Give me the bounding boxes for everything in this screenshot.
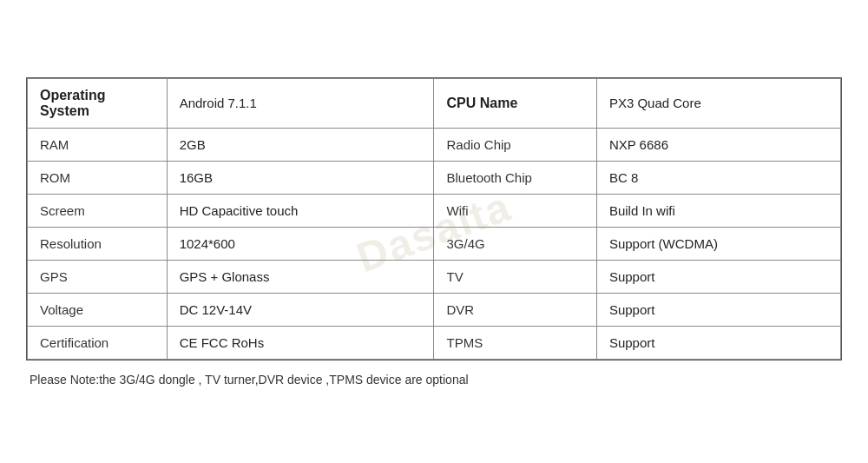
right-label-1: Bluetooth Chip xyxy=(434,161,596,194)
left-label-5: Voltage xyxy=(28,293,168,326)
right-label-2: Wifi xyxy=(434,194,596,227)
right-value-6: Support xyxy=(596,326,840,359)
right-label-3: 3G/4G xyxy=(434,227,596,260)
right-label-4: TV xyxy=(434,260,596,293)
os-label-cell: Operating System xyxy=(28,78,168,128)
cpu-value-cell: PX3 Quad Core xyxy=(596,78,840,128)
right-value-3: Support (WCDMA) xyxy=(596,227,840,260)
right-label-6: TPMS xyxy=(434,326,596,359)
left-value-4: GPS + Glonass xyxy=(167,260,434,293)
table-row: ROM 16GB Bluetooth Chip BC 8 xyxy=(28,161,841,194)
table-row: RAM 2GB Radio Chip NXP 6686 xyxy=(28,128,841,161)
os-value-cell: Android 7.1.1 xyxy=(167,78,434,128)
os-value: Android 7.1.1 xyxy=(180,96,257,110)
left-value-2: HD Capacitive touch xyxy=(167,194,434,227)
left-value-5: DC 12V-14V xyxy=(167,293,434,326)
left-value-6: CE FCC RoHs xyxy=(167,326,434,359)
right-value-2: Build In wifi xyxy=(596,194,840,227)
left-value-1: 16GB xyxy=(167,161,434,194)
left-label-4: GPS xyxy=(28,260,168,293)
spec-table-wrapper: Operating System Android 7.1.1 CPU Name … xyxy=(26,77,842,360)
cpu-label-cell: CPU Name xyxy=(434,78,596,128)
left-value-0: 2GB xyxy=(167,128,434,161)
right-value-5: Support xyxy=(596,293,840,326)
table-row: Screem HD Capacitive touch Wifi Build In… xyxy=(28,194,841,227)
os-label: Operating System xyxy=(40,88,106,118)
spec-table: Operating System Android 7.1.1 CPU Name … xyxy=(27,78,841,360)
note-text: Please Note:the 3G/4G dongle , TV turner… xyxy=(26,373,842,387)
right-label-0: Radio Chip xyxy=(434,128,596,161)
right-value-4: Support xyxy=(596,260,840,293)
table-row: Certification CE FCC RoHs TPMS Support xyxy=(28,326,841,359)
right-value-0: NXP 6686 xyxy=(596,128,840,161)
left-label-0: RAM xyxy=(28,128,168,161)
right-label-5: DVR xyxy=(434,293,596,326)
cpu-value: PX3 Quad Core xyxy=(609,96,701,110)
left-label-2: Screem xyxy=(28,194,168,227)
table-row: Resolution 1024*600 3G/4G Support (WCDMA… xyxy=(28,227,841,260)
left-label-3: Resolution xyxy=(28,227,168,260)
cpu-label: CPU Name xyxy=(446,96,517,110)
header-row: Operating System Android 7.1.1 CPU Name … xyxy=(28,78,841,128)
left-value-3: 1024*600 xyxy=(167,227,434,260)
right-value-1: BC 8 xyxy=(596,161,840,194)
table-row: GPS GPS + Glonass TV Support xyxy=(28,260,841,293)
left-label-1: ROM xyxy=(28,161,168,194)
table-row: Voltage DC 12V-14V DVR Support xyxy=(28,293,841,326)
left-label-6: Certification xyxy=(28,326,168,359)
